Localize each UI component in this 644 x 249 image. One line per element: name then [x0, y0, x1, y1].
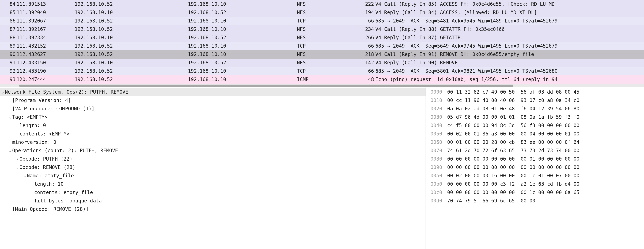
packet-time: 112.433190 — [16, 67, 74, 75]
packet-time: 111.391513 — [16, 0, 74, 8]
packet-row[interactable]: 88111.392334192.168.10.10192.168.10.52NF… — [0, 34, 644, 42]
hex-offset: 00d0 — [426, 197, 447, 205]
hex-line[interactable]: 000000 11 32 62 c7 49 00 50 56 af 03 dd … — [426, 88, 644, 96]
packet-length: 66 — [351, 67, 375, 75]
tree-item[interactable]: fill bytes: opaque data — [0, 197, 426, 205]
hex-offset: 0050 — [426, 130, 447, 138]
hex-line[interactable]: 006000 01 00 00 00 28 00 cb 83 ee 00 00 … — [426, 138, 644, 146]
tree-item[interactable]: [Main Opcode: REMOVE (28)] — [0, 205, 426, 214]
packet-row[interactable]: 87111.392167192.168.10.52192.168.10.10NF… — [0, 25, 644, 34]
expand-caret-down-icon[interactable] — [1, 88, 4, 96]
hex-line[interactable]: 00200a 0a 02 ad 08 01 0e 48 f6 04 12 39 … — [426, 104, 644, 113]
expand-caret-right-icon[interactable] — [16, 155, 19, 163]
hex-line[interactable]: 007074 61 2d 70 72 6f 63 65 73 73 2d 73 … — [426, 146, 644, 155]
tree-item[interactable]: Opcode: PUTFH (22) — [0, 155, 426, 163]
packet-length: 218 — [351, 50, 375, 58]
caret-none — [30, 188, 34, 197]
tree-item[interactable]: Operations (count: 2): PUTFH, REMOVE — [0, 146, 426, 155]
packet-row[interactable]: 89111.432152192.168.10.52192.168.10.10TC… — [0, 42, 644, 50]
hex-line[interactable]: 00b000 00 00 00 00 00 c3 f2 a2 1e 63 cd … — [426, 180, 644, 188]
packet-info: V4 Reply (Call In 87) GETATTR — [375, 34, 644, 42]
tree-item[interactable]: minorversion: 0 — [0, 138, 426, 146]
packet-source: 192.168.10.10 — [74, 34, 188, 42]
packet-row[interactable]: 84111.391513192.168.10.52192.168.10.10NF… — [0, 0, 644, 8]
packet-info: 685 → 2049 [ACK] Seq=5801 Ack=9821 Win=1… — [375, 67, 644, 75]
tree-item-label: [V4 Procedure: COMPOUND (1)] — [12, 104, 94, 113]
packet-destination: 192.168.10.10 — [188, 75, 297, 84]
tree-item-label: fill bytes: opaque data — [34, 197, 102, 205]
packet-number: 84 — [0, 0, 16, 8]
packet-number: 90 — [0, 50, 16, 58]
packet-destination: 192.168.10.10 — [188, 42, 297, 50]
hex-bytes: 0a 0a 02 ad 08 01 0e 48 f6 04 12 39 54 0… — [447, 104, 582, 113]
tree-item[interactable]: length: 0 — [0, 121, 426, 130]
tree-item[interactable]: Tag: <EMPTY> — [0, 113, 426, 121]
packet-row[interactable]: 85111.392040192.168.10.10192.168.10.52NF… — [0, 8, 644, 17]
bottom-split: Network File System, Ops(2): PUTFH, REMO… — [0, 87, 644, 249]
packet-row[interactable]: 90112.432627192.168.10.52192.168.10.10NF… — [0, 50, 644, 58]
caret-none — [8, 205, 12, 214]
hex-line[interactable]: 003005 d7 96 4d 00 00 01 01 08 0a 1a fb … — [426, 113, 644, 121]
tree-item[interactable]: length: 10 — [0, 180, 426, 188]
packet-list-horizontal-scrollbar[interactable] — [0, 84, 644, 87]
packet-details-tree[interactable]: Network File System, Ops(2): PUTFH, REMO… — [0, 87, 426, 249]
packet-protocol: ICMP — [297, 75, 351, 84]
hex-bytes: 00 00 00 00 00 00 00 00 00 1c 00 00 00 0… — [447, 188, 582, 197]
tree-item-label: length: 10 — [34, 180, 64, 188]
hex-line[interactable]: 001000 cc 11 96 40 00 40 06 93 07 c0 a8 … — [426, 96, 644, 104]
expand-caret-down-icon[interactable] — [23, 172, 26, 180]
tree-item[interactable]: Network File System, Ops(2): PUTFH, REMO… — [0, 88, 426, 96]
packet-info: V4 Reply (Call In 84) ACCESS, [Allowed: … — [375, 8, 644, 17]
hex-offset: 00b0 — [426, 180, 447, 188]
hex-bytes: 00 cc 11 96 40 00 40 06 93 07 c0 a8 0a 3… — [447, 96, 582, 104]
hex-line[interactable]: 008000 00 00 00 00 00 00 00 00 01 00 00 … — [426, 155, 644, 163]
hex-line[interactable]: 005000 02 00 01 86 a3 00 00 00 04 00 00 … — [426, 130, 644, 138]
packet-source: 192.168.10.10 — [74, 8, 188, 17]
packet-row[interactable]: 91112.433150192.168.10.10192.168.10.52NF… — [0, 58, 644, 67]
hex-line[interactable]: 00c000 00 00 00 00 00 00 00 00 1c 00 00 … — [426, 188, 644, 197]
tree-item[interactable]: Name: empty_file — [0, 172, 426, 180]
packet-destination: 192.168.10.52 — [188, 34, 297, 42]
packet-info: 685 → 2049 [ACK] Seq=5481 Ack=9545 Win=1… — [375, 17, 644, 25]
expand-caret-down-icon[interactable] — [16, 163, 19, 172]
packet-number: 85 — [0, 8, 16, 17]
expand-caret-down-icon[interactable] — [8, 113, 12, 121]
packet-row[interactable]: 93120.247444192.168.10.52192.168.10.10IC… — [0, 75, 644, 84]
hex-line[interactable]: 00a000 02 00 00 00 16 00 00 00 1c 01 00 … — [426, 172, 644, 180]
hex-line[interactable]: 0040c4 f5 80 00 00 94 8c 3d 56 f3 00 00 … — [426, 121, 644, 130]
tree-item-label: Name: empty_file — [26, 172, 74, 180]
packet-source: 192.168.10.52 — [74, 17, 188, 25]
caret-none — [16, 121, 19, 130]
hex-bytes: 00 00 00 00 00 00 00 00 00 01 00 00 00 0… — [447, 155, 582, 163]
packet-protocol: NFS — [297, 8, 351, 17]
packet-time: 112.433150 — [16, 58, 74, 67]
tree-item-label: [Program Version: 4] — [12, 96, 71, 104]
tree-item[interactable]: [V4 Procedure: COMPOUND (1)] — [0, 104, 426, 113]
packet-source: 192.168.10.10 — [74, 58, 188, 67]
hex-bytes: 00 02 00 00 00 16 00 00 00 1c 01 00 07 0… — [447, 172, 582, 180]
packet-info: V4 Call (Reply In 91) REMOVE DH: 0x0c4d6… — [375, 50, 644, 58]
packet-source: 192.168.10.52 — [74, 50, 188, 58]
hex-line[interactable]: 00d070 74 79 5f 66 69 6c 65 00 00 — [426, 197, 644, 205]
hex-line[interactable]: 009000 00 00 00 00 00 00 00 00 00 00 00 … — [426, 163, 644, 172]
tree-item[interactable]: Opcode: REMOVE (28) — [0, 163, 426, 172]
tree-item[interactable]: contents: empty_file — [0, 188, 426, 197]
packet-bytes-hex[interactable]: 000000 11 32 62 c7 49 00 50 56 af 03 dd … — [426, 87, 644, 249]
packet-destination: 192.168.10.52 — [188, 58, 297, 67]
packet-number: 91 — [0, 58, 16, 67]
packet-protocol: TCP — [297, 67, 351, 75]
packet-info: V4 Call (Reply In 88) GETATTR FH: 0x35ec… — [375, 25, 644, 34]
packet-number: 87 — [0, 25, 16, 34]
tree-item-label: Tag: <EMPTY> — [12, 113, 48, 121]
hex-offset: 0010 — [426, 96, 447, 104]
packet-time: 111.432152 — [16, 42, 74, 50]
packet-row[interactable]: 92112.433190192.168.10.52192.168.10.10TC… — [0, 67, 644, 75]
expand-caret-down-icon[interactable] — [8, 146, 12, 155]
tree-item[interactable]: contents: <EMPTY> — [0, 130, 426, 138]
packet-row[interactable]: 86111.392067192.168.10.52192.168.10.10TC… — [0, 17, 644, 25]
packet-list[interactable]: 84111.391513192.168.10.52192.168.10.10NF… — [0, 0, 644, 84]
tree-item-label: Opcode: PUTFH (22) — [19, 155, 72, 163]
packet-protocol: NFS — [297, 34, 351, 42]
tree-item[interactable]: [Program Version: 4] — [0, 96, 426, 104]
packet-length: 266 — [351, 34, 375, 42]
